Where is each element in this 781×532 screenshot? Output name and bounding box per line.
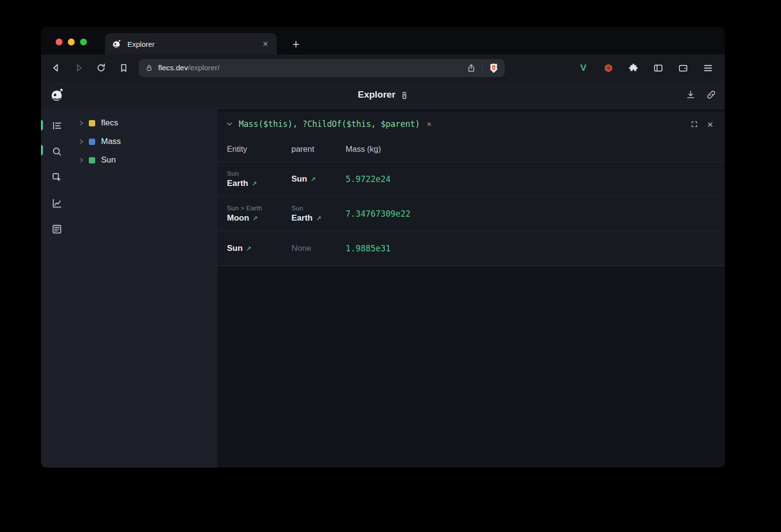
- wallet-button[interactable]: [677, 61, 689, 74]
- stats-panel-button[interactable]: [50, 196, 63, 210]
- tree-item-flecs[interactable]: flecs: [72, 114, 217, 132]
- chevron-down-icon[interactable]: [225, 120, 234, 128]
- parent-link[interactable]: Sun↗: [291, 174, 341, 184]
- parent-path: Sun: [291, 205, 341, 212]
- query-panel-button[interactable]: [50, 144, 63, 158]
- results-table-header: Entity parent Mass (kg): [217, 136, 725, 162]
- window-controls: [56, 39, 87, 45]
- url-domain: flecs.dev: [158, 63, 188, 72]
- tree-item-label: Mass: [101, 137, 121, 146]
- entity-link[interactable]: Moon↗: [227, 213, 287, 223]
- table-row: Sun↗ None 1.9885e31: [217, 231, 725, 266]
- parent-cell: None: [291, 231, 346, 266]
- log-icon: [51, 223, 63, 235]
- mass-value: 7.34767309e22: [346, 197, 725, 231]
- log-panel-button[interactable]: [50, 222, 63, 236]
- external-arrow-icon: ↗: [251, 180, 257, 187]
- query-close-button[interactable]: ×: [707, 119, 713, 129]
- table-row: Sun Earth↗ Sun↗ 5.9722e24: [217, 162, 725, 197]
- external-arrow-icon: ↗: [246, 245, 251, 252]
- column-header-mass: Mass (kg): [346, 144, 725, 154]
- query-card: Mass($this), ?ChildOf($this, $parent) × …: [217, 112, 725, 266]
- column-header-entity: Entity: [227, 144, 291, 154]
- parent-name: Earth: [291, 213, 312, 223]
- parent-name: None: [291, 244, 311, 253]
- reload-button[interactable]: [93, 60, 109, 76]
- vue-devtools-extension-button[interactable]: V: [577, 61, 590, 74]
- query-input[interactable]: Mass($this), ?ChildOf($this, $parent): [239, 119, 420, 129]
- entity-color-swatch: [89, 120, 95, 126]
- flecs-logo-button[interactable]: [50, 87, 64, 102]
- tab-strip: Explorer × +: [41, 27, 725, 55]
- inspect-icon: [51, 171, 63, 184]
- page-title-group: Explorer: [358, 89, 408, 100]
- tree-panel-icon: [51, 120, 63, 132]
- external-arrow-icon: ↗: [252, 215, 258, 222]
- fullscreen-button[interactable]: [690, 120, 699, 128]
- tree-item-sun[interactable]: Sun: [72, 151, 217, 169]
- back-button[interactable]: [48, 60, 64, 76]
- table-row: Sun > Earth Moon↗ Sun Earth↗ 7.34767309e…: [217, 197, 725, 231]
- back-icon: [50, 62, 62, 74]
- query-panel: Mass($this), ?ChildOf($this, $parent) × …: [217, 109, 725, 468]
- chevron-right-icon[interactable]: [79, 157, 84, 163]
- fullscreen-icon: [690, 120, 699, 128]
- entity-link[interactable]: Earth↗: [227, 179, 287, 188]
- entity-color-swatch: [89, 157, 95, 164]
- browser-window: Explorer × +: [41, 27, 725, 468]
- vue-devtools-icon: V: [580, 62, 587, 73]
- parent-cell: Sun↗: [291, 162, 346, 196]
- stats-icon: [51, 197, 63, 209]
- flecs-logo: [50, 87, 64, 102]
- parent-link[interactable]: Earth↗: [291, 213, 341, 223]
- parent-none: None: [291, 244, 341, 253]
- sidebar-toggle-icon: [653, 62, 664, 74]
- active-panel-indicator-tree: [41, 120, 43, 130]
- bookmark-button[interactable]: [115, 60, 132, 76]
- zoom-window-button[interactable]: [80, 39, 87, 45]
- close-window-button[interactable]: [56, 39, 62, 45]
- chevron-right-icon[interactable]: [79, 139, 84, 144]
- wallet-icon: [678, 62, 689, 74]
- lock-icon: [144, 63, 154, 73]
- new-tab-button[interactable]: +: [288, 33, 304, 55]
- page-title: Explorer: [358, 89, 395, 100]
- entity-color-swatch: [89, 139, 95, 145]
- hex-extension-icon: [603, 62, 614, 74]
- entity-name: Sun: [227, 244, 243, 253]
- chevron-right-icon[interactable]: [79, 120, 84, 126]
- minimize-window-button[interactable]: [68, 39, 75, 45]
- tab-close-button[interactable]: ×: [261, 39, 270, 49]
- tree-item-label: flecs: [101, 118, 118, 128]
- brave-shields-button[interactable]: [489, 62, 499, 74]
- sidebar-toggle-button[interactable]: [652, 61, 664, 74]
- inspect-panel-button[interactable]: [50, 170, 63, 184]
- share-button[interactable]: [466, 63, 476, 73]
- entity-cell: Sun↗: [227, 231, 291, 266]
- external-arrow-icon: ↗: [316, 215, 321, 222]
- site-security-button[interactable]: [144, 63, 154, 73]
- hex-extension-button[interactable]: [602, 61, 615, 74]
- download-button[interactable]: [684, 88, 698, 102]
- browser-toolbar: flecs.dev/explorer/ V: [41, 55, 725, 81]
- tab-explorer[interactable]: Explorer ×: [105, 33, 277, 55]
- url-path: /explorer/: [188, 63, 220, 72]
- extensions-button[interactable]: [627, 61, 639, 74]
- menu-button[interactable]: [701, 61, 714, 74]
- query-clear-button[interactable]: ×: [427, 120, 432, 128]
- toolbar-extensions: V: [577, 61, 714, 74]
- tree-item-mass[interactable]: Mass: [72, 132, 217, 151]
- reload-icon: [95, 62, 107, 74]
- mass-value: 1.9885e31: [346, 231, 725, 266]
- url-text: flecs.dev/explorer/: [158, 63, 220, 72]
- external-arrow-icon: ↗: [310, 176, 316, 183]
- address-bar[interactable]: flecs.dev/explorer/: [139, 59, 505, 77]
- entity-link[interactable]: Sun↗: [227, 244, 287, 253]
- active-panel-indicator-query: [41, 145, 43, 155]
- forward-button[interactable]: [70, 60, 87, 76]
- icon-rail: [41, 109, 72, 468]
- tree-panel-button[interactable]: [50, 119, 63, 132]
- copy-link-button[interactable]: [704, 88, 718, 102]
- explorer-header: Explorer: [41, 81, 725, 109]
- extensions-puzzle-icon: [628, 62, 639, 74]
